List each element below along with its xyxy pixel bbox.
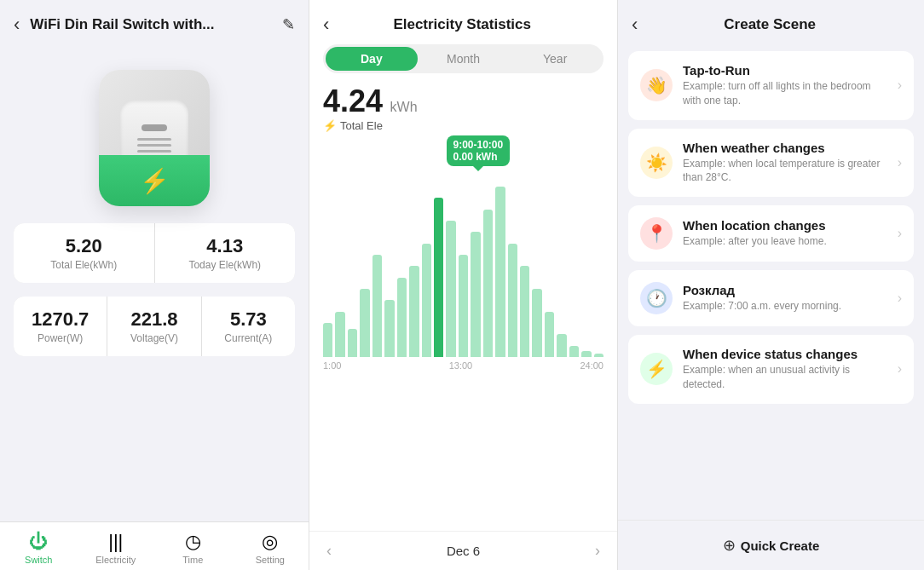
scene-item-device-status[interactable]: ⚡ When device status changes Example: wh…: [628, 335, 914, 404]
chart-bar[interactable]: [409, 266, 419, 357]
chart-bar[interactable]: [459, 255, 468, 357]
device-panel: ‹ WiFi Din Rail Switch with... ✎ ⚡ 5.20T…: [0, 0, 309, 570]
nav-label-setting: Setting: [256, 555, 285, 565]
chart-bar[interactable]: [508, 244, 517, 357]
device-image: ⚡: [99, 70, 210, 206]
stats-back-icon[interactable]: ‹: [323, 14, 329, 36]
stats-top-grid: 5.20Total Ele(kWh)4.13Today Ele(kWh): [14, 223, 295, 283]
chevron-icon: ›: [898, 226, 902, 241]
scene-desc-location: Example: after you leave home.: [683, 234, 887, 249]
nav-icon-time: ◷: [185, 531, 201, 553]
device-header: ‹ WiFi Din Rail Switch with... ✎: [0, 0, 309, 44]
chart-bar[interactable]: [495, 187, 505, 357]
nav-item-setting[interactable]: ◎Setting: [232, 522, 309, 570]
scene-icon-schedule: 🕐: [640, 282, 673, 314]
nav-item-switch[interactable]: ⏻Switch: [0, 522, 78, 570]
scene-item-tap-to-run[interactable]: 👋 Tap-to-Run Example: turn off all light…: [628, 51, 914, 120]
device-title: WiFi Din Rail Switch with...: [30, 16, 282, 33]
scene-title-schedule: Розклад: [683, 283, 887, 297]
chart-bar[interactable]: [335, 312, 344, 357]
chart-area: 9:00-10:00 0.00 kWh 1:0013:0024:00: [309, 135, 617, 531]
scene-icon-weather: ☀️: [640, 147, 673, 179]
tab-month[interactable]: Month: [418, 47, 510, 71]
chart-bar[interactable]: [581, 351, 591, 357]
stat-label: Total Ele(kWh): [50, 259, 117, 271]
stats-bottom-grid: 1270.7Power(W)221.8Voltage(V)5.73Current…: [14, 297, 295, 356]
stats-title: Electricity Statistics: [339, 16, 585, 33]
stat-value: 5.73: [230, 308, 267, 331]
edit-icon[interactable]: ✎: [282, 15, 295, 34]
chart-bar[interactable]: [520, 266, 529, 357]
stats-header: ‹ Electricity Statistics: [309, 0, 617, 44]
stat-value: 221.8: [130, 308, 177, 331]
nav-icon-setting: ◎: [262, 531, 278, 553]
chart-bar[interactable]: [569, 346, 579, 357]
chart-bar[interactable]: [372, 255, 382, 357]
quick-create-icon: ⊕: [723, 536, 736, 555]
chevron-icon: ›: [898, 155, 902, 170]
device-line: [137, 144, 171, 147]
bar-chart: [323, 135, 603, 357]
chart-bar[interactable]: [422, 244, 431, 357]
scene-title: Create Scene: [648, 16, 892, 33]
quick-create-label: Quick Create: [741, 538, 820, 553]
device-line: [137, 150, 171, 153]
scene-item-weather[interactable]: ☀️ When weather changes Example: when lo…: [628, 129, 914, 198]
stats-panel: ‹ Electricity Statistics DayMonthYear 4.…: [309, 0, 617, 570]
scene-item-schedule[interactable]: 🕐 Розклад Example: 7:00 a.m. every morni…: [628, 270, 914, 326]
stat-label: Today Ele(kWh): [188, 259, 261, 271]
chart-bar[interactable]: [397, 278, 407, 357]
nav-item-electricity[interactable]: |||Electricity: [78, 522, 155, 570]
chart-x-label: 24:00: [580, 360, 603, 371]
tooltip-time: 9:00-10:00: [453, 139, 504, 151]
total-label: ⚡ Total Ele: [323, 119, 603, 132]
stat-label: Power(W): [38, 332, 83, 344]
device-lines: [137, 138, 171, 153]
tooltip-value: 0.00 kWh: [453, 151, 504, 163]
stat-cell: 221.8Voltage(V): [107, 297, 200, 356]
scene-text-device-status: When device status changes Example: when…: [683, 347, 887, 392]
chart-bar[interactable]: [557, 334, 566, 357]
chart-bar[interactable]: [471, 232, 480, 357]
kwh-value-row: 4.24 kWh: [323, 83, 603, 119]
tab-year[interactable]: Year: [509, 47, 601, 71]
chart-bar[interactable]: [360, 289, 369, 357]
chart-bar[interactable]: [594, 354, 603, 357]
stat-label: Voltage(V): [130, 332, 178, 344]
chart-x-labels: 1:0013:0024:00: [323, 357, 603, 374]
chart-bar[interactable]: [348, 329, 357, 357]
chart-bar[interactable]: [446, 221, 455, 357]
chevron-icon: ›: [898, 361, 902, 377]
stat-label: Current(A): [224, 332, 272, 344]
chart-bar[interactable]: [545, 312, 554, 357]
scene-header: ‹ Create Scene: [618, 0, 924, 44]
chart-bar[interactable]: [323, 323, 332, 357]
date-prev-arrow[interactable]: ‹: [326, 542, 332, 560]
date-label: Dec 6: [447, 544, 480, 558]
stats-tab-bar: DayMonthYear: [323, 44, 603, 73]
nav-icon-electricity: |||: [108, 531, 123, 553]
scene-desc-weather: Example: when local temperature is great…: [683, 157, 887, 186]
chart-bar[interactable]: [384, 300, 394, 357]
nav-item-time[interactable]: ◷Time: [154, 522, 232, 570]
nav-label-switch: Switch: [25, 555, 52, 565]
stat-cell: 1270.7Power(W): [14, 297, 107, 356]
stat-cell: 4.13Today Ele(kWh): [155, 223, 296, 283]
kwh-display: 4.24 kWh ⚡ Total Ele: [309, 83, 617, 135]
tab-day[interactable]: Day: [326, 47, 418, 71]
scene-desc-device-status: Example: when an unusual activity is det…: [683, 363, 887, 392]
chart-tooltip: 9:00-10:00 0.00 kWh: [447, 135, 511, 166]
back-icon[interactable]: ‹: [14, 14, 20, 36]
chart-bar[interactable]: [483, 210, 493, 357]
chevron-icon: ›: [898, 78, 902, 93]
stat-value: 4.13: [206, 235, 243, 257]
scene-text-tap-to-run: Tap-to-Run Example: turn off all lights …: [683, 63, 887, 108]
scene-back-icon[interactable]: ‹: [632, 14, 638, 36]
scene-item-location[interactable]: 📍 When location changes Example: after y…: [628, 205, 914, 262]
scene-desc-tap-to-run: Example: turn off all lights in the bedr…: [683, 79, 887, 108]
scene-icon-location: 📍: [640, 217, 673, 250]
chart-bar[interactable]: [532, 289, 541, 357]
chart-bar[interactable]: [434, 198, 443, 357]
date-next-arrow[interactable]: ›: [595, 542, 600, 560]
quick-create-button[interactable]: ⊕ Quick Create: [618, 520, 924, 570]
